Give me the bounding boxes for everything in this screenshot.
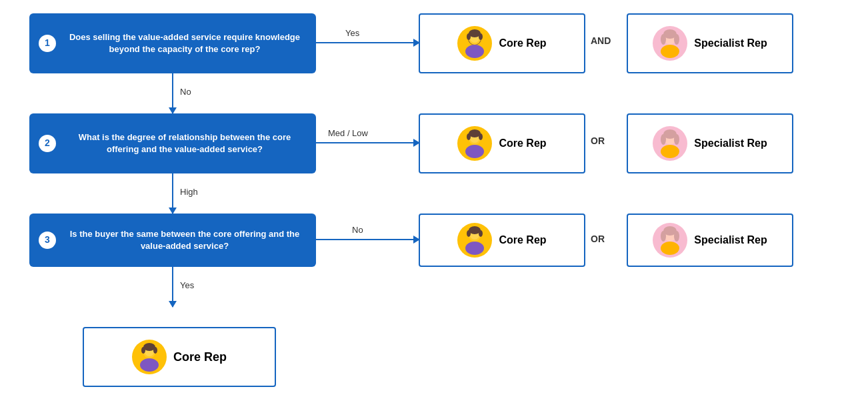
result-1-core: Core Rep	[419, 13, 585, 73]
svg-point-26	[674, 134, 679, 145]
q3-number: 3	[39, 232, 56, 249]
svg-point-10	[661, 45, 679, 58]
arrow-q1-down	[172, 73, 173, 113]
svg-point-45	[141, 347, 145, 354]
question-3: 3 Is the buyer the same between the core…	[29, 214, 316, 267]
result-3-core: Core Rep	[419, 214, 585, 267]
core-rep-avatar-2	[457, 126, 492, 161]
q1-number: 1	[39, 35, 56, 52]
arrow-q1-right	[316, 42, 419, 43]
core-rep-avatar-4	[132, 340, 167, 374]
svg-point-20	[479, 133, 483, 140]
result-1-core-label: Core Rep	[499, 37, 546, 49]
flowchart-diagram: 1 Does selling the value-added service r…	[0, 0, 868, 395]
result-1-specialist: Specialist Rep	[627, 13, 793, 73]
svg-point-30	[465, 242, 484, 255]
svg-point-33	[479, 230, 483, 237]
svg-point-13	[674, 34, 679, 45]
q3-no-label: No	[352, 225, 363, 235]
result-2-core: Core Rep	[419, 113, 585, 173]
question-2: 2 What is the degree of relationship bet…	[29, 113, 316, 173]
arrow-q3-down	[172, 267, 173, 307]
result-4-core-label: Core Rep	[173, 350, 227, 364]
result-3-specialist: Specialist Rep	[627, 214, 793, 267]
logic-or-3: OR	[591, 234, 605, 244]
svg-point-25	[661, 134, 666, 145]
specialist-rep-avatar-1	[653, 26, 687, 61]
svg-point-46	[153, 347, 157, 354]
result-3-core-label: Core Rep	[499, 234, 546, 246]
svg-point-38	[661, 231, 666, 242]
svg-point-39	[674, 231, 679, 242]
q2-high-label: High	[180, 187, 198, 197]
q2-medlow-label: Med / Low	[328, 128, 368, 138]
svg-point-43	[140, 358, 159, 372]
svg-point-17	[465, 145, 484, 158]
q1-no-label: No	[180, 87, 191, 97]
svg-point-12	[661, 34, 666, 45]
svg-point-36	[661, 242, 679, 255]
result-4-core: Core Rep	[83, 327, 276, 387]
q2-text: What is the degree of relationship betwe…	[63, 131, 307, 155]
arrow-q2-right	[316, 142, 419, 143]
q1-yes-label: Yes	[345, 28, 359, 38]
arrow-q2-down	[172, 173, 173, 214]
result-2-core-label: Core Rep	[499, 137, 546, 149]
logic-or-2: OR	[591, 135, 605, 146]
svg-point-32	[467, 230, 471, 237]
result-2-specialist: Specialist Rep	[627, 113, 793, 173]
logic-and-1: AND	[591, 35, 611, 46]
svg-point-6	[467, 33, 471, 40]
result-2-specialist-label: Specialist Rep	[694, 137, 767, 149]
svg-point-2	[465, 45, 484, 58]
core-rep-avatar-3	[457, 223, 492, 258]
svg-point-7	[479, 33, 483, 40]
arrow-q3-right	[316, 239, 419, 240]
result-1-specialist-label: Specialist Rep	[694, 37, 767, 49]
specialist-rep-avatar-2	[653, 126, 687, 161]
q3-text: Is the buyer the same between the core o…	[63, 228, 307, 252]
q3-yes-label: Yes	[180, 280, 194, 290]
svg-point-19	[467, 133, 471, 140]
core-rep-avatar-1	[457, 26, 492, 61]
svg-point-23	[661, 145, 679, 158]
question-1: 1 Does selling the value-added service r…	[29, 13, 316, 73]
q1-text: Does selling the value-added service req…	[63, 31, 307, 55]
specialist-rep-avatar-3	[653, 223, 687, 258]
q2-number: 2	[39, 135, 56, 152]
result-3-specialist-label: Specialist Rep	[694, 234, 767, 246]
